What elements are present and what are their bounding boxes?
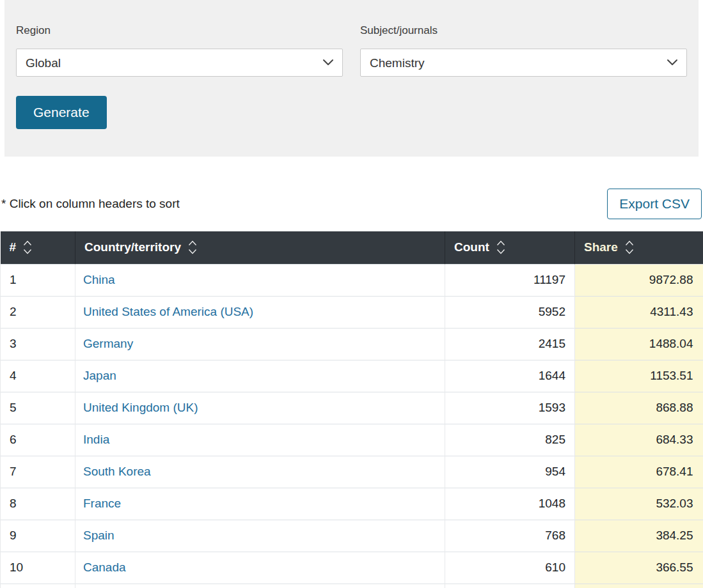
country-cell: France (75, 488, 445, 520)
table-row: 3Germany24151488.04 (1, 328, 703, 360)
country-link[interactable]: South Korea (83, 465, 151, 478)
country-cell: India (75, 424, 445, 456)
share-cell: 684.33 (575, 424, 703, 456)
table-row: 4Japan16441153.51 (1, 360, 703, 392)
table-row: 1China111979872.88 (1, 264, 703, 296)
table-row-partial (1, 584, 703, 588)
export-csv-button[interactable]: Export CSV (607, 189, 702, 219)
subject-label: Subject/journals (360, 24, 687, 37)
table-toolbar: * Click on column headers to sort Export… (0, 188, 703, 220)
country-cell: Japan (75, 360, 445, 392)
country-link[interactable]: India (83, 433, 109, 446)
count-cell: 5952 (445, 296, 575, 328)
sort-hint-text: * Click on column headers to sort (1, 197, 180, 211)
country-link[interactable]: Canada (83, 561, 126, 574)
filter-panel: Region Global Subject/journals Chemistry (4, 0, 699, 157)
count-cell: 1048 (445, 488, 575, 520)
country-cell: United States of America (USA) (75, 296, 445, 328)
rank-cell: 3 (1, 328, 75, 360)
region-field: Region Global (16, 24, 343, 77)
table-row: 7South Korea954678.41 (1, 456, 703, 488)
country-cell: Spain (75, 520, 445, 552)
share-cell: 9872.88 (575, 264, 703, 296)
rank-cell: 4 (1, 360, 75, 392)
empty-cell (75, 584, 445, 588)
rank-cell: 2 (1, 296, 75, 328)
share-cell: 868.88 (575, 392, 703, 424)
table-row: 6India825684.33 (1, 424, 703, 456)
country-link[interactable]: United Kingdom (UK) (83, 401, 198, 414)
share-cell: 366.55 (575, 552, 703, 584)
rank-cell: 1 (1, 264, 75, 296)
country-cell: Canada (75, 552, 445, 584)
country-link[interactable]: Germany (83, 337, 133, 350)
count-cell: 2415 (445, 328, 575, 360)
rank-cell: 6 (1, 424, 75, 456)
generate-button[interactable]: Generate (16, 96, 107, 129)
rank-cell: 5 (1, 392, 75, 424)
share-cell: 1488.04 (575, 328, 703, 360)
table-header-row: # Country/territory Count (1, 231, 703, 264)
table-body: 1China111979872.882United States of Amer… (1, 264, 703, 588)
country-cell: Germany (75, 328, 445, 360)
country-link[interactable]: Japan (83, 369, 116, 382)
sort-icon (22, 240, 33, 255)
country-link[interactable]: United States of America (USA) (83, 305, 253, 318)
share-cell: 532.03 (575, 488, 703, 520)
share-cell: 678.41 (575, 456, 703, 488)
table-row: 10Canada610366.55 (1, 552, 703, 584)
count-cell: 954 (445, 456, 575, 488)
header-country[interactable]: Country/territory (75, 231, 445, 264)
count-cell: 825 (445, 424, 575, 456)
count-cell: 610 (445, 552, 575, 584)
sort-icon (624, 240, 635, 255)
count-cell: 11197 (445, 264, 575, 296)
rank-cell: 10 (1, 552, 75, 584)
count-cell: 768 (445, 520, 575, 552)
country-cell: China (75, 264, 445, 296)
subject-select[interactable]: Chemistry (360, 49, 687, 77)
share-cell: 1153.51 (575, 360, 703, 392)
empty-cell (1, 584, 75, 588)
header-rank[interactable]: # (1, 231, 75, 264)
country-cell: South Korea (75, 456, 445, 488)
country-ranking-table: # Country/territory Count (0, 231, 703, 588)
empty-cell (445, 584, 575, 588)
header-count[interactable]: Count (445, 231, 575, 264)
sort-icon (187, 240, 198, 255)
sort-icon (496, 240, 506, 255)
count-cell: 1644 (445, 360, 575, 392)
subject-field: Subject/journals Chemistry (360, 24, 687, 77)
table-row: 2United States of America (USA)59524311.… (1, 296, 703, 328)
share-cell: 4311.43 (575, 296, 703, 328)
count-cell: 1593 (445, 392, 575, 424)
rank-cell: 7 (1, 456, 75, 488)
table-row: 8France1048532.03 (1, 488, 703, 520)
country-link[interactable]: China (83, 273, 115, 286)
rank-cell: 9 (1, 520, 75, 552)
rank-cell: 8 (1, 488, 75, 520)
table-row: 5United Kingdom (UK)1593868.88 (1, 392, 703, 424)
table-row: 9Spain768384.25 (1, 520, 703, 552)
region-select[interactable]: Global (16, 49, 343, 77)
region-label: Region (16, 24, 343, 37)
empty-cell (575, 584, 703, 588)
header-share[interactable]: Share (575, 231, 703, 264)
share-cell: 384.25 (575, 520, 703, 552)
country-link[interactable]: Spain (83, 529, 115, 542)
country-link[interactable]: France (83, 497, 121, 510)
country-cell: United Kingdom (UK) (75, 392, 445, 424)
